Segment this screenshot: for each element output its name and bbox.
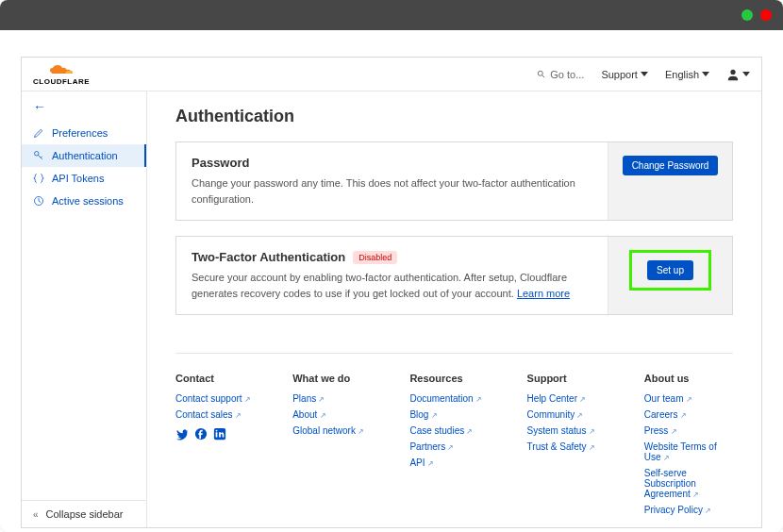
footer-link[interactable]: Documentation	[409, 393, 498, 404]
footer-heading: What we do	[292, 373, 381, 384]
footer-link[interactable]: System status	[527, 425, 616, 436]
setup-highlight: Set up	[629, 250, 711, 291]
footer-link[interactable]: About	[292, 409, 381, 420]
twofa-card: Two-Factor Authentication Disabled Secur…	[175, 236, 733, 315]
main-content: Authentication Password Change your pass…	[147, 91, 761, 527]
footer-link[interactable]: Global network	[292, 425, 381, 436]
password-card-title: Password	[192, 156, 592, 170]
sidebar: ← Preferences Authentication API Tokens	[22, 91, 147, 527]
sidebar-item-label: Authentication	[52, 150, 118, 161]
window-control-green[interactable]	[741, 9, 753, 21]
caret-down-icon	[702, 72, 709, 76]
footer: Contact Contact support Contact sales Wh…	[175, 353, 733, 527]
sidebar-item-api-tokens[interactable]: API Tokens	[22, 167, 146, 190]
password-card-desc: Change your password any time. This does…	[192, 175, 592, 207]
sidebar-item-authentication[interactable]: Authentication	[22, 144, 146, 167]
sidebar-item-label: Active sessions	[52, 195, 124, 207]
page-title: Authentication	[175, 107, 733, 126]
back-button[interactable]: ←	[33, 99, 46, 114]
footer-link[interactable]: Self-serve Subscription Agreement	[644, 468, 733, 499]
svg-point-2	[730, 69, 735, 74]
disabled-badge: Disabled	[353, 251, 397, 264]
footer-link[interactable]: Help Center	[527, 393, 616, 404]
chevron-left-icon: «	[33, 509, 39, 520]
footer-link[interactable]: Contact support	[175, 393, 264, 404]
footer-link[interactable]: Blog	[409, 409, 498, 420]
footer-link[interactable]: Partners	[409, 441, 498, 452]
footer-link[interactable]: Community	[527, 409, 616, 420]
change-password-button[interactable]: Change Password	[623, 156, 719, 175]
collapse-sidebar-button[interactable]: « Collapse sidebar	[22, 500, 146, 527]
svg-point-0	[539, 71, 543, 75]
footer-heading: About us	[644, 373, 733, 384]
password-card: Password Change your password any time. …	[175, 141, 733, 221]
support-dropdown[interactable]: Support	[601, 69, 648, 80]
twofa-card-desc: Secure your account by enabling two-fact…	[192, 270, 592, 301]
pencil-icon	[33, 127, 44, 139]
footer-heading: Support	[527, 373, 616, 384]
cloudflare-logo[interactable]: CLOUDFLARE	[33, 63, 90, 86]
svg-point-10	[216, 430, 218, 432]
footer-link[interactable]: Our team	[644, 393, 733, 404]
footer-link[interactable]: Careers	[644, 409, 733, 420]
setup-button[interactable]: Set up	[647, 260, 693, 280]
search-icon	[537, 70, 546, 79]
facebook-icon[interactable]	[194, 427, 208, 441]
cloud-icon	[48, 63, 75, 76]
footer-heading: Resources	[409, 373, 498, 384]
footer-link[interactable]: Trust & Safety	[527, 441, 616, 452]
caret-down-icon	[641, 72, 648, 76]
footer-link[interactable]: Plans	[292, 393, 381, 404]
footer-heading: Contact	[175, 373, 264, 384]
logo-text: CLOUDFLARE	[33, 77, 90, 86]
sidebar-item-label: Preferences	[52, 127, 108, 139]
learn-more-link[interactable]: Learn more	[517, 288, 570, 299]
twitter-icon[interactable]	[175, 427, 189, 441]
svg-line-1	[542, 75, 545, 77]
footer-link[interactable]: Contact sales	[175, 409, 264, 420]
caret-down-icon	[742, 72, 750, 76]
footer-link[interactable]: Press	[644, 425, 733, 436]
clock-icon	[33, 195, 44, 207]
key-icon	[33, 150, 44, 161]
window-titlebar	[0, 0, 783, 30]
goto-search[interactable]: Go to...	[537, 69, 584, 80]
sidebar-item-active-sessions[interactable]: Active sessions	[22, 190, 146, 212]
window-control-red[interactable]	[760, 9, 772, 21]
svg-line-5	[41, 157, 42, 158]
sidebar-item-label: API Tokens	[52, 173, 104, 184]
user-icon	[726, 68, 740, 81]
twofa-card-title: Two-Factor Authentication Disabled	[192, 250, 592, 264]
footer-link[interactable]: Privacy Policy	[644, 505, 733, 515]
language-dropdown[interactable]: English	[665, 69, 709, 80]
linkedin-icon[interactable]	[213, 427, 226, 441]
footer-link[interactable]: Website Terms of Use	[644, 441, 733, 462]
user-menu[interactable]	[726, 68, 750, 81]
sidebar-item-preferences[interactable]: Preferences	[22, 122, 146, 144]
footer-link[interactable]: API	[409, 457, 498, 468]
app-header: CLOUDFLARE Go to... Support English	[22, 58, 761, 91]
braces-icon	[33, 173, 44, 184]
svg-rect-9	[216, 432, 218, 437]
footer-link[interactable]: Case studies	[409, 425, 498, 436]
